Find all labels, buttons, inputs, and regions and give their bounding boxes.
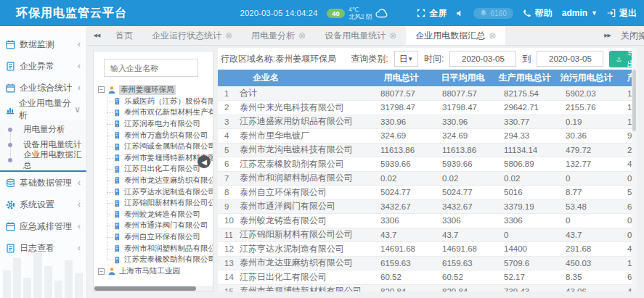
- logout-button[interactable]: 退出: [607, 7, 637, 20]
- coins-icon: [6, 178, 15, 188]
- table-row[interactable]: 7 泰州市和润塑料制品有限公司 0.02 0.02 0.02 0 0: [218, 171, 637, 186]
- date-from-input[interactable]: [449, 51, 516, 67]
- search-input[interactable]: [104, 59, 198, 77]
- column-header-production-power: 生产用电总计: [494, 70, 555, 86]
- horizontal-scrollbar-handle[interactable]: [94, 286, 196, 291]
- sidebar-item-emergency-management[interactable]: 应急减排管理 ‹: [0, 215, 86, 237]
- notification-badge[interactable]: 6160: [473, 8, 513, 19]
- tab-device-power[interactable]: 设备用电量统计 ⊗: [315, 26, 406, 45]
- close-tab-icon[interactable]: ⊗: [298, 31, 306, 40]
- cell-daily-avg: 88077.57: [432, 86, 494, 101]
- table-row[interactable]: 12 江苏亨达水泥制造有限公司 14691.68 14691.68 14400 …: [218, 242, 637, 257]
- date-to-input[interactable]: [537, 51, 603, 67]
- user-menu[interactable]: admin ▼: [562, 8, 598, 18]
- tree-company-node[interactable]: 江苏锦阳新材料有限公司公司: [107, 197, 213, 209]
- tree-root-node[interactable]: − 泰州姜堰环保局: [98, 83, 213, 96]
- close-tab-icon[interactable]: ⊗: [389, 31, 396, 40]
- tree-company-node[interactable]: 泰州市双亿新型材料生产有限公司: [107, 107, 213, 119]
- tab-scroll-right-icon[interactable]: ▶▶: [604, 33, 611, 38]
- cell-company-name: 泰州市里华电镀厂: [238, 129, 370, 144]
- sidebar-item-enterprise-abnormal[interactable]: 企业异常 ‹: [0, 55, 86, 77]
- tree-company-node[interactable]: 泰州市万鑫纺织有限公司: [107, 130, 213, 141]
- tab-power-summary[interactable]: 企业用电数据汇总 ⊗: [406, 26, 505, 45]
- tree-company-node[interactable]: 泰州市龙达亚麻纺织有限公司: [107, 175, 213, 186]
- chevron-down-icon: ▼: [407, 56, 413, 62]
- tree-company-node[interactable]: 江苏宏泰橡胶助剂有限公司: [107, 254, 213, 265]
- cell-company-name: 泰州市龙达亚麻纺织有限公司: [238, 256, 370, 270]
- collapse-node-icon[interactable]: −: [98, 86, 105, 93]
- wind-text: 北风2 阴: [349, 13, 372, 20]
- table-row[interactable]: 2 泰州中来光电科技有限公司 31798.47 31798.47 29642.7…: [218, 101, 637, 115]
- sidebar-subitem[interactable]: 企业用电数据汇总: [0, 152, 86, 167]
- table-row[interactable]: 10 泰州蛟龙铸造有限公司 3306 3306 3306 0 0: [218, 214, 637, 228]
- tab-home[interactable]: 首页: [106, 26, 142, 45]
- tree-company-node[interactable]: 江苏日出化工有限公司: [107, 164, 213, 175]
- table-row[interactable]: 5 泰州市龙沟电镀科技有限公司 11613.86 11613.86 11134.…: [218, 143, 637, 157]
- enterprise-tree-panel: − 泰州姜堰环保局 乐威医药（江苏）股份有限公司 泰州市双亿新型材: [93, 51, 213, 292]
- table-row[interactable]: 4 泰州市里华电镀厂 324.69 324.69 294.33 30.36 96…: [218, 129, 637, 144]
- cell-row-index: 14: [218, 270, 238, 285]
- tab-enterprise-status[interactable]: 企业运行状态统计 ⊗: [142, 26, 242, 45]
- vertical-scrollbar-handle[interactable]: [632, 70, 636, 131]
- tree-company-node[interactable]: 泰州蛟龙铸造有限公司: [107, 209, 213, 220]
- cell-treatment-power: 132.77: [555, 157, 617, 172]
- table-row[interactable]: 13 泰州市龙达亚麻纺织有限公司 6159.63 6159.63 5709.6 …: [218, 256, 637, 270]
- app-title: 环保用电监管云平台: [0, 6, 127, 21]
- sidebar-item-base-data[interactable]: 基础数据管理 ‹: [0, 172, 86, 194]
- cell-row-index: 4: [218, 129, 238, 144]
- table-row[interactable]: 8 泰州自立环保有限公司 5024.77 5024.77 5016 8.77 5…: [218, 186, 637, 200]
- table-row[interactable]: 3 江苏迪盛家用纺织品有限公司 330.96 330.96 330.77 0.1…: [218, 115, 637, 129]
- cell-production-power: 14400: [494, 242, 555, 257]
- tree-company-node[interactable]: 乐威医药（江苏）股份有限公司: [107, 96, 213, 107]
- cell-daily-avg: 5024.77: [432, 186, 494, 200]
- table-row[interactable]: 9 泰州市通洋阀门有限公司 3432.67 3432.67 3379.19 53…: [218, 199, 637, 214]
- tab-scroll-left-icon[interactable]: ◀◀: [87, 26, 106, 45]
- sidebar-item-data-monitor[interactable]: 数据监测 ‹: [0, 33, 86, 55]
- tree-node-label: 江苏日出化工有限公司: [124, 164, 200, 174]
- query-type-label: 查询类别:: [351, 53, 388, 65]
- table-row[interactable]: 6 江苏宏泰橡胶助剂有限公司 5939.66 5939.66 5806.89 1…: [218, 157, 637, 172]
- cell-row-index: 3: [218, 115, 238, 129]
- table-row[interactable]: 11 江苏锦阳新材料有限公司公司 43.7 43.7 0 43.7 0: [218, 228, 637, 242]
- tree-company-node[interactable]: 泰州市通洋阀门有限公司: [107, 220, 213, 232]
- city-skyline-watermark: [0, 246, 86, 298]
- table-row[interactable]: 15 泰州市姜堰博特新材料有限公司 820.84 820.84 739.43 4…: [218, 284, 637, 291]
- table-row[interactable]: 14 江苏日出化工有限公司 60.52 60.52 52.17 8.35 624…: [218, 270, 637, 285]
- table-header: 企业名 用电总计 日平均用电 生产用电总计 治污用电总计 产污/治污(用: [218, 70, 637, 86]
- cell-production-power: 330.77: [494, 115, 555, 129]
- cell-total-power: 3306: [370, 214, 432, 228]
- bar-chart-icon: [6, 105, 15, 115]
- chevron-down-icon: ▼: [591, 9, 598, 17]
- collapse-panel-button[interactable]: ◀: [197, 155, 211, 168]
- collapse-node-icon[interactable]: −: [98, 268, 105, 275]
- tree-company-node[interactable]: 江苏亨达水泥制造有限公司: [107, 186, 213, 198]
- fullscreen-button[interactable]: 全屏: [417, 7, 447, 20]
- cell-total-power: 11613.86: [370, 143, 432, 157]
- mute-speaker-icon[interactable]: [456, 9, 464, 17]
- close-operations-menu[interactable]: ▶▶ 关闭操作: [598, 26, 644, 45]
- table-row[interactable]: 1 合计 88077.57 88077.57 82175.54 5902.03 …: [218, 86, 637, 101]
- tab-power-analysis[interactable]: 用电量分析 ⊗: [242, 26, 315, 45]
- main-area: ◀◀ 首页 企业运行状态统计 ⊗ 用电量分析 ⊗ 设备用电量统计 ⊗ 企业用电数…: [87, 26, 644, 298]
- query-type-select[interactable]: 日 ▼: [394, 51, 418, 67]
- tree-company-node[interactable]: 泰州自立环保有限公司: [107, 231, 213, 243]
- sidebar-item-system-settings[interactable]: 系统设置 ‹: [0, 194, 86, 215]
- building-icon: [113, 222, 121, 230]
- sidebar-item-enterprise-stats[interactable]: 企业综合统计 ‹: [0, 77, 86, 99]
- close-operations-label: 关闭操作: [621, 30, 644, 42]
- sidebar-item-power-analysis[interactable]: 企业用电量分析 ∨: [0, 99, 86, 120]
- cell-production-power: 5016: [494, 186, 555, 200]
- sidebar-subitem[interactable]: 用电量分析: [0, 122, 86, 137]
- weather-widget[interactable]: 40 4℃ 北风2 阴: [327, 6, 388, 20]
- tree-root-node-2[interactable]: − 上海市马陆工业园: [98, 265, 213, 278]
- tree-company-node[interactable]: 泰州市和润塑料制品有限公司: [107, 243, 213, 254]
- close-tab-icon[interactable]: ⊗: [225, 31, 232, 40]
- tree-company-node[interactable]: 江苏润泰电力有限公司: [107, 118, 213, 130]
- close-tab-icon[interactable]: ⊗: [489, 31, 496, 40]
- cell-row-index: 15: [218, 284, 238, 291]
- tree-company-node[interactable]: 江苏鸿诚金属制品有限公司: [107, 141, 213, 152]
- cell-total-power: 3432.67: [370, 199, 432, 214]
- building-icon: [113, 244, 121, 252]
- cell-production-power: 0: [494, 228, 555, 242]
- help-button[interactable]: 帮助: [523, 7, 553, 20]
